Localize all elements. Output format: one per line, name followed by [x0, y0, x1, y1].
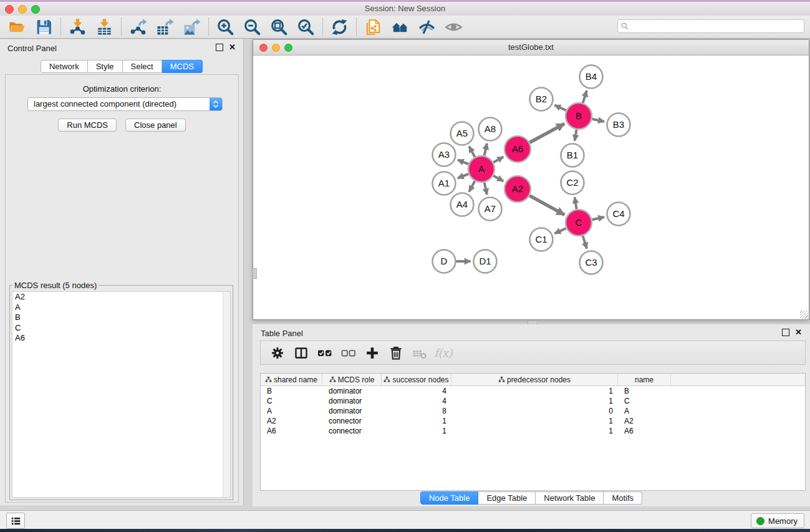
- criterion-dropdown[interactable]: largest connected component (directed): [27, 97, 223, 111]
- cell-MCDS-role[interactable]: connector: [322, 416, 382, 426]
- deselect-all-columns-button[interactable]: [337, 344, 360, 362]
- graph-node-A3[interactable]: A3: [433, 143, 456, 167]
- show-all-button[interactable]: [440, 17, 467, 37]
- mcds-result-item[interactable]: C: [12, 323, 230, 334]
- column-header-shared-name[interactable]: shared name: [261, 374, 322, 385]
- graph-node-C3[interactable]: C3: [580, 251, 603, 274]
- cell-shared-name[interactable]: C: [261, 396, 322, 406]
- graph-edge-A-A7[interactable]: [485, 182, 487, 195]
- graph-node-D[interactable]: D: [433, 250, 456, 273]
- close-panel-button[interactable]: Close panel: [125, 118, 186, 132]
- cell-shared-name[interactable]: A: [261, 406, 322, 416]
- first-neighbors-button[interactable]: [387, 17, 413, 37]
- tab-motifs[interactable]: Motifs: [604, 491, 642, 505]
- export-network-button[interactable]: [125, 17, 152, 37]
- hide-selected-button[interactable]: [413, 17, 440, 37]
- mcds-result-item[interactable]: A2: [12, 292, 230, 302]
- search-input[interactable]: [629, 21, 804, 31]
- export-table-button[interactable]: [152, 17, 178, 37]
- cell-successor-nodes[interactable]: 1: [382, 416, 451, 426]
- graph-edge-A-A2[interactable]: [493, 176, 503, 181]
- zoom-selected-button[interactable]: [292, 17, 319, 37]
- mcds-result-item[interactable]: B: [12, 312, 230, 323]
- graph-node-C2[interactable]: C2: [561, 172, 584, 195]
- cell-MCDS-role[interactable]: connector: [322, 426, 382, 436]
- list-scrollbar[interactable]: [223, 292, 230, 497]
- cell-MCDS-role[interactable]: dominator: [322, 406, 382, 416]
- column-header-name[interactable]: name: [618, 374, 671, 385]
- graph-edge-C-C4[interactable]: [592, 217, 604, 220]
- graph-node-A6[interactable]: A6: [504, 136, 531, 162]
- memory-button[interactable]: Memory: [751, 513, 804, 528]
- graph-edge-A-A4[interactable]: [469, 181, 475, 191]
- column-header-MCDS-role[interactable]: MCDS role: [322, 374, 382, 385]
- cell-name[interactable]: C: [618, 396, 671, 406]
- select-all-columns-button[interactable]: [313, 344, 337, 362]
- column-header-successor-nodes[interactable]: successor nodes: [382, 374, 451, 385]
- dropdown-stepper-icon[interactable]: [210, 98, 222, 110]
- cell-predecessor-nodes[interactable]: 1: [451, 426, 618, 436]
- cell-predecessor-nodes[interactable]: 1: [451, 386, 618, 396]
- save-session-button[interactable]: [31, 17, 57, 37]
- resize-grip[interactable]: [800, 311, 808, 319]
- graph-node-A4[interactable]: A4: [451, 193, 474, 216]
- column-header-predecessor-nodes[interactable]: predecessor nodes: [451, 374, 618, 385]
- mcds-result-item[interactable]: A: [12, 302, 230, 313]
- graph-edge-C-C2[interactable]: [575, 197, 577, 209]
- graph-node-B4[interactable]: B4: [580, 65, 603, 89]
- search-field[interactable]: [617, 19, 804, 33]
- tab-node-table[interactable]: Node Table: [420, 491, 479, 505]
- graph-node-A1[interactable]: A1: [433, 172, 456, 195]
- cell-shared-name[interactable]: A6: [261, 426, 322, 436]
- zoom-in-button[interactable]: [212, 17, 239, 37]
- graph-edge-B-B1[interactable]: [575, 130, 577, 141]
- graph-node-B2[interactable]: B2: [530, 88, 553, 111]
- graph-edge-A6-B[interactable]: [529, 123, 564, 142]
- network-canvas[interactable]: B4B2BB3A5A8A6B1A3AA1C2A2A4A7C4CC1C3DD1: [253, 56, 809, 319]
- open-file-button[interactable]: [4, 17, 31, 37]
- graph-node-A2[interactable]: A2: [504, 176, 531, 202]
- close-panel-icon[interactable]: ✕: [229, 44, 236, 51]
- cell-shared-name[interactable]: A2: [261, 416, 322, 426]
- graph-edge-B-B3[interactable]: [592, 119, 604, 122]
- import-network-button[interactable]: [64, 17, 91, 37]
- cell-name[interactable]: B: [618, 386, 671, 396]
- cell-predecessor-nodes[interactable]: 1: [451, 416, 618, 426]
- float-table-panel-icon[interactable]: [782, 329, 789, 336]
- cell-predecessor-nodes[interactable]: 1: [451, 396, 618, 406]
- cell-successor-nodes[interactable]: 1: [382, 426, 451, 436]
- network-window-titlebar[interactable]: testGlobe.txt: [253, 40, 809, 56]
- tab-select[interactable]: Select: [123, 60, 162, 73]
- cell-successor-nodes[interactable]: 8: [382, 406, 451, 416]
- network-graph[interactable]: B4B2BB3A5A8A6B1A3AA1C2A2A4A7C4CC1C3DD1: [253, 56, 809, 319]
- graph-edge-C-C3[interactable]: [583, 236, 587, 249]
- graph-edge-B-B4[interactable]: [583, 90, 587, 103]
- column-view-button[interactable]: [289, 344, 313, 362]
- graph-node-B3[interactable]: B3: [607, 114, 630, 137]
- cell-MCDS-role[interactable]: dominator: [322, 386, 382, 396]
- graph-node-A5[interactable]: A5: [451, 122, 474, 145]
- cell-name[interactable]: A2: [618, 416, 671, 426]
- tab-network[interactable]: Network: [41, 60, 88, 73]
- graph-node-A8[interactable]: A8: [479, 118, 502, 141]
- task-history-button[interactable]: [6, 513, 25, 529]
- cell-successor-nodes[interactable]: 4: [382, 396, 451, 406]
- graph-edge-A-A1[interactable]: [458, 174, 469, 178]
- delete-column-button[interactable]: [384, 344, 408, 362]
- table-settings-button[interactable]: [266, 344, 289, 362]
- run-mcds-button[interactable]: Run MCDS: [58, 118, 117, 132]
- close-table-panel-icon[interactable]: ✕: [795, 329, 802, 336]
- tab-edge-table[interactable]: Edge Table: [478, 491, 536, 505]
- cell-name[interactable]: A: [618, 406, 671, 416]
- graph-node-A[interactable]: A: [468, 156, 494, 182]
- graph-edge-A-A5[interactable]: [469, 147, 475, 157]
- zoom-fit-button[interactable]: [266, 17, 292, 37]
- cell-MCDS-role[interactable]: dominator: [322, 396, 382, 406]
- graph-edge-A2-C[interactable]: [529, 196, 564, 215]
- table-row[interactable]: Adominator80A: [261, 406, 805, 416]
- cell-shared-name[interactable]: B: [261, 386, 322, 396]
- graph-edge-A-A3[interactable]: [458, 160, 469, 164]
- export-image-button[interactable]: [178, 17, 205, 37]
- new-network-from-selection-button[interactable]: [360, 17, 387, 37]
- cell-successor-nodes[interactable]: 4: [382, 386, 451, 396]
